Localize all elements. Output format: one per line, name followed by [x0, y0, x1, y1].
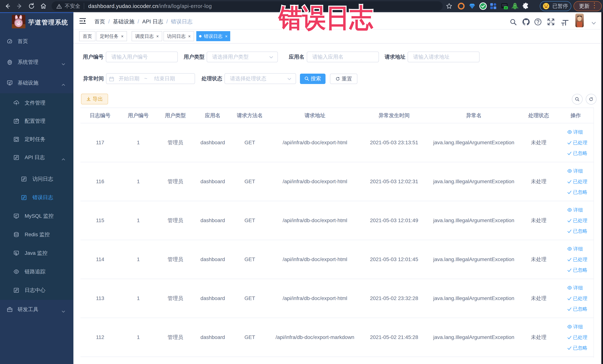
svg-text:on: on: [505, 7, 507, 9]
svg-text:错误日志: 错误日志: [278, 3, 373, 32]
